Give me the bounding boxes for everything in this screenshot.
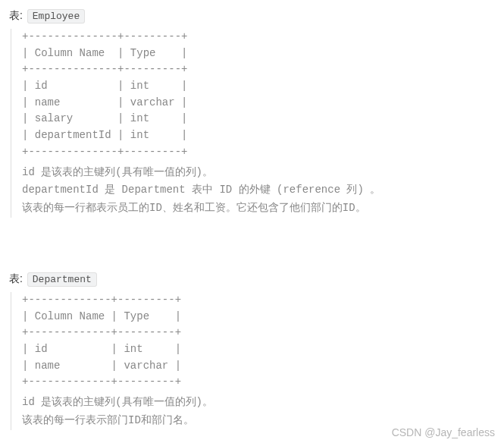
table1-name-tag: Employee <box>27 9 85 24</box>
table2-label-prefix: 表: <box>9 272 23 284</box>
table1-desc3: 该表的每一行都表示员工的ID、姓名和工资。它还包含了他们部门的ID。 <box>22 200 504 218</box>
table1-label-prefix: 表: <box>9 9 23 21</box>
table1-desc2: departmentId 是 Department 表中 ID 的外键 (ref… <box>22 181 504 200</box>
watermark: CSDN @Jay_fearless <box>392 426 495 438</box>
table2-header: 表: Department <box>9 272 504 286</box>
table1-schema-block: +--------------+---------+ | Column Name… <box>11 29 504 218</box>
table1-header: 表: Employee <box>9 9 504 23</box>
section-gap <box>9 250 504 272</box>
table1-ascii: +--------------+---------+ | Column Name… <box>22 29 504 161</box>
table2-desc1: id 是该表的主键列(具有唯一值的列)。 <box>22 394 504 412</box>
table1-desc1: id 是该表的主键列(具有唯一值的列)。 <box>22 164 504 182</box>
table2-schema-block: +-------------+---------+ | Column Name … <box>11 292 504 430</box>
table2-name-tag: Department <box>27 272 97 287</box>
table2-ascii: +-------------+---------+ | Column Name … <box>22 292 504 391</box>
